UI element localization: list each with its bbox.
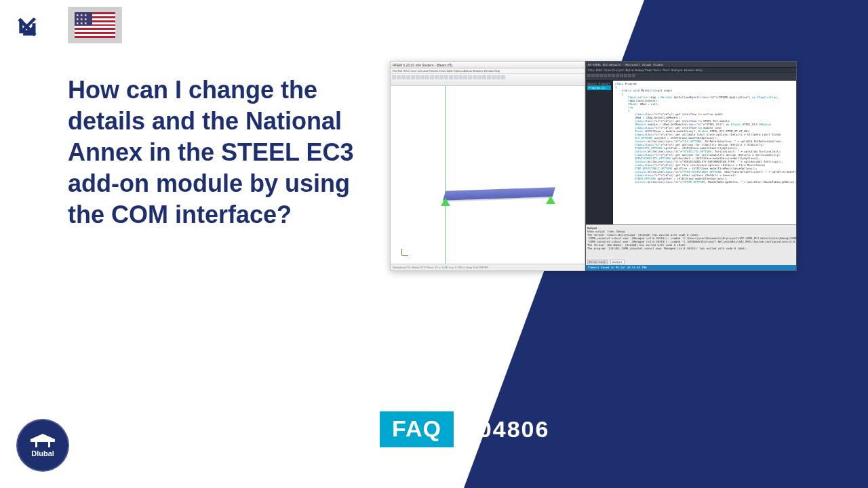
faq-number: 004806 — [465, 416, 549, 443]
code-line: Console.WriteLine(class="st">"OTHER_OPTI… — [615, 180, 794, 184]
rfem-statusbar: Workplane CS: Global XYZ Plane: XY x: 3.… — [391, 264, 585, 270]
rfem-menubar: File Edit View Insert Calculate Results … — [391, 68, 585, 74]
vs-errorlist-tab: Error List — [587, 260, 608, 264]
faq-row: FAQ 004806 — [380, 411, 549, 447]
rfem-toolbar — [391, 74, 585, 86]
screenshot-composite: RFEM 5.23.01 x64 Student - [Beam.rf5] Fi… — [390, 61, 797, 271]
steel-beam-model — [443, 187, 555, 201]
us-flag-icon — [75, 12, 115, 38]
vs-statusbar: Item(s) Saved Ln 59 Col 43 Ch 43 INS — [586, 265, 796, 270]
dlubal-brand-text: Dlubal — [31, 449, 54, 458]
faq-badge: FAQ — [380, 411, 454, 447]
vs-object-browser-label: Object Browser — [587, 82, 611, 85]
rfem-viewport — [391, 86, 585, 264]
rfem-window: RFEM 5.23.01 x64 Student - [Beam.rf5] Fi… — [390, 61, 585, 271]
support-right-icon — [546, 196, 555, 204]
vs-code-editor: class Program{ static void Main(string[]… — [613, 81, 796, 224]
vs-sidebar: Object Browser Program.cs — [586, 81, 613, 224]
vs-titlebar: RF-STEEL EC3 details - Microsoft Visual … — [586, 62, 796, 68]
locale-flag — [68, 7, 122, 43]
vs-output-tab: Output — [610, 260, 624, 264]
dlubal-logo: Dlubal — [16, 419, 69, 472]
arrow-down-right-icon — [14, 14, 41, 41]
vs-output-panel: Output Show output from: Debug The threa… — [586, 224, 796, 265]
visual-studio-window: RF-STEEL EC3 details - Microsoft Visual … — [585, 61, 797, 271]
output-line: The program '[14148] COM5_console1.vshos… — [587, 247, 795, 250]
support-left-icon — [441, 198, 450, 206]
faq-question-text: How can I change the details and the Nat… — [68, 75, 366, 230]
coordinate-axes-icon — [401, 247, 410, 256]
corner-arrow-block — [0, 0, 54, 54]
vs-sidebar-tab: Program.cs — [587, 85, 611, 90]
vs-toolbar — [586, 73, 796, 81]
vs-menubar: File Edit View Project Build Debug Team … — [586, 68, 796, 73]
rfem-titlebar: RFEM 5.23.01 x64 Student - [Beam.rf5] — [391, 62, 585, 68]
dlubal-bridge-icon — [31, 434, 55, 447]
